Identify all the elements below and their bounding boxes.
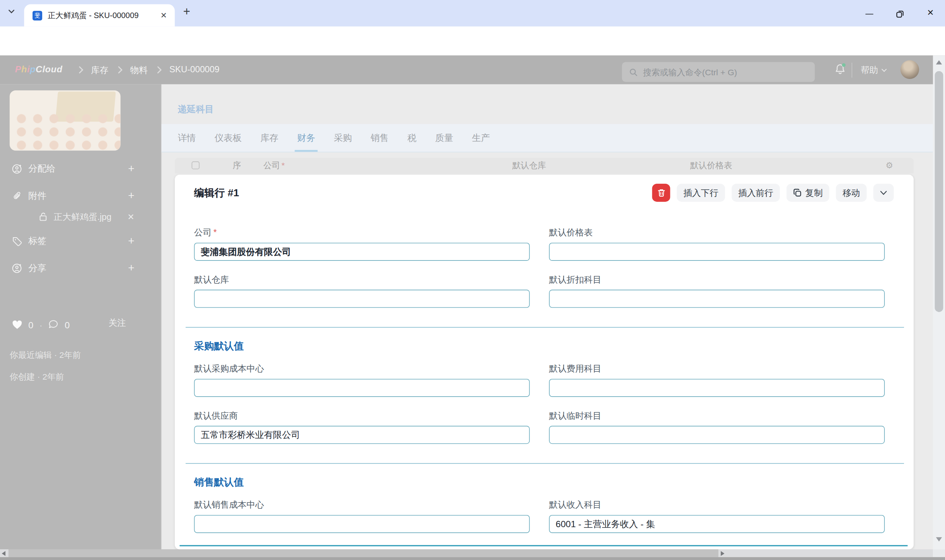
add-share-button[interactable]: + xyxy=(128,262,134,274)
row-editor-form: 公司* 默认价格表 默认仓库 默认折扣科目 xyxy=(174,227,914,546)
chevron-down-icon xyxy=(880,190,887,195)
section-divider xyxy=(186,327,904,328)
add-attachment-button[interactable]: + xyxy=(128,189,134,202)
company-input[interactable] xyxy=(194,243,530,261)
tab-search-icon[interactable] xyxy=(8,8,16,18)
sidebar-share-row: 分享 + xyxy=(12,261,134,275)
tab-title: 正大鲜鸡蛋 - SKU-000009 xyxy=(48,10,159,21)
heart-icon[interactable] xyxy=(12,320,23,329)
attachment-item[interactable]: 正大鲜鸡蛋.jpg ✕ xyxy=(39,209,134,224)
favicon-icon: 斐 xyxy=(32,11,42,20)
user-avatar[interactable] xyxy=(900,60,919,79)
vertical-scrollbar[interactable] xyxy=(933,55,945,549)
help-menu[interactable]: 帮助 xyxy=(860,65,887,76)
new-tab-button[interactable]: + xyxy=(183,5,190,19)
copy-icon xyxy=(793,189,802,197)
horizontal-scrollbar[interactable] xyxy=(0,549,933,557)
sales-defaults-heading: 销售默认值 xyxy=(194,476,885,489)
expense-account-input[interactable] xyxy=(549,379,885,397)
default-supplier-input[interactable] xyxy=(194,426,530,444)
buying-cost-center-input[interactable] xyxy=(194,379,530,397)
breadcrumb-sku[interactable]: SKU-000009 xyxy=(170,65,220,74)
window-close-button[interactable]: ✕ xyxy=(927,8,934,17)
default-price-list-input[interactable] xyxy=(549,243,885,261)
add-tag-button[interactable]: + xyxy=(128,235,134,247)
app-logo[interactable]: PhipCloud xyxy=(15,64,62,74)
tab-accounting[interactable]: 财务 xyxy=(297,124,315,152)
select-all-checkbox[interactable] xyxy=(191,162,199,169)
provisional-account-label: 默认临时科目 xyxy=(549,410,885,422)
income-account-label: 默认收入科目 xyxy=(549,499,885,511)
attachment-file-name[interactable]: 正大鲜鸡蛋.jpg xyxy=(54,211,111,222)
collapse-row-button[interactable] xyxy=(873,184,894,202)
grid-settings-gear-icon[interactable]: ⚙ xyxy=(886,160,893,170)
modified-timestamp[interactable]: 你最近编辑 · 2年前 xyxy=(9,350,81,361)
follow-link[interactable]: 关注 xyxy=(108,317,126,329)
scroll-down-arrow[interactable] xyxy=(936,537,942,541)
tab-purchasing[interactable]: 采购 xyxy=(334,124,352,152)
tab-tax[interactable]: 税 xyxy=(407,124,416,152)
horizontal-scrollbar-thumb[interactable] xyxy=(8,549,718,557)
item-image-eggs xyxy=(9,111,120,151)
scrollbar-corner xyxy=(933,549,945,557)
field-buying-cost-center: 默认采购成本中心 xyxy=(194,363,530,397)
tags-label: 标签 xyxy=(28,235,46,247)
row-editor-toolbar: 插入下行 插入前行 复制 移动 xyxy=(652,184,894,202)
breadcrumb-item[interactable]: 物料 xyxy=(130,65,148,76)
default-price-list-label: 默认价格表 xyxy=(549,227,885,239)
global-search[interactable] xyxy=(622,62,815,82)
tab-dashboard[interactable]: 仪表板 xyxy=(214,124,241,152)
row-editor-header: 编辑行 #1 插入下行 插入前行 复制 移动 xyxy=(174,174,914,202)
item-image[interactable] xyxy=(9,91,120,151)
income-account-input[interactable] xyxy=(549,515,885,533)
buying-cost-center-label: 默认采购成本中心 xyxy=(194,363,530,374)
purchase-defaults-heading: 采购默认值 xyxy=(194,340,885,353)
default-warehouse-input[interactable] xyxy=(194,289,530,308)
tab-close-icon[interactable]: ✕ xyxy=(159,11,169,20)
tab-manufacturing[interactable]: 生产 xyxy=(472,124,490,152)
assign-user-icon xyxy=(12,163,23,174)
document-sidebar: 分配给 + 附件 + 正大鲜鸡蛋.jpg ✕ xyxy=(0,85,162,549)
grid-col-seq: 序 xyxy=(233,160,241,171)
delete-row-button[interactable] xyxy=(652,184,671,202)
selling-cost-center-label: 默认销售成本中心 xyxy=(194,499,530,511)
default-discount-account-input[interactable] xyxy=(549,289,885,308)
attachments-label: 附件 xyxy=(28,190,46,202)
duplicate-row-button[interactable]: 复制 xyxy=(787,184,829,202)
share-user-icon xyxy=(12,263,23,273)
add-assignment-button[interactable]: + xyxy=(128,162,134,175)
scroll-right-arrow[interactable] xyxy=(721,551,725,556)
notification-dot xyxy=(842,63,846,67)
tab-details[interactable]: 详情 xyxy=(178,124,196,152)
expense-account-label: 默认费用科目 xyxy=(549,363,885,374)
deferred-accounts-link[interactable]: 递延科目 xyxy=(178,104,214,115)
window-minimize-button[interactable] xyxy=(865,14,873,24)
field-expense-account: 默认费用科目 xyxy=(549,363,885,397)
like-count[interactable]: 0 xyxy=(28,320,34,330)
selling-cost-center-input[interactable] xyxy=(194,515,530,533)
tab-quality[interactable]: 质量 xyxy=(435,124,453,152)
insert-below-button[interactable]: 插入下行 xyxy=(677,184,725,202)
comment-icon[interactable] xyxy=(48,320,59,329)
browser-tab[interactable]: 斐 正大鲜鸡蛋 - SKU-000009 ✕ xyxy=(24,4,174,26)
scroll-up-arrow[interactable] xyxy=(936,60,942,64)
remove-attachment-icon[interactable]: ✕ xyxy=(127,212,134,222)
created-timestamp[interactable]: 你创建 · 2年前 xyxy=(9,371,64,382)
default-warehouse-label: 默认仓库 xyxy=(194,274,530,286)
editor-bottom-divider xyxy=(180,545,908,546)
provisional-account-input[interactable] xyxy=(549,426,885,444)
assign-label: 分配给 xyxy=(28,163,55,174)
window-restore-button[interactable] xyxy=(896,9,904,18)
scroll-left-arrow[interactable] xyxy=(2,551,6,556)
tab-inventory[interactable]: 库存 xyxy=(260,124,278,152)
row-editor-title: 编辑行 #1 xyxy=(194,186,239,200)
breadcrumb-chevron-icon xyxy=(77,66,85,76)
section-divider xyxy=(186,463,904,464)
vertical-scrollbar-thumb[interactable] xyxy=(935,71,943,312)
comment-count[interactable]: 0 xyxy=(65,320,70,330)
breadcrumb-inventory[interactable]: 库存 xyxy=(91,65,108,76)
move-row-button[interactable]: 移动 xyxy=(836,184,866,202)
search-input[interactable] xyxy=(643,67,808,77)
tab-sales[interactable]: 销售 xyxy=(371,124,389,152)
insert-above-button[interactable]: 插入前行 xyxy=(732,184,780,202)
